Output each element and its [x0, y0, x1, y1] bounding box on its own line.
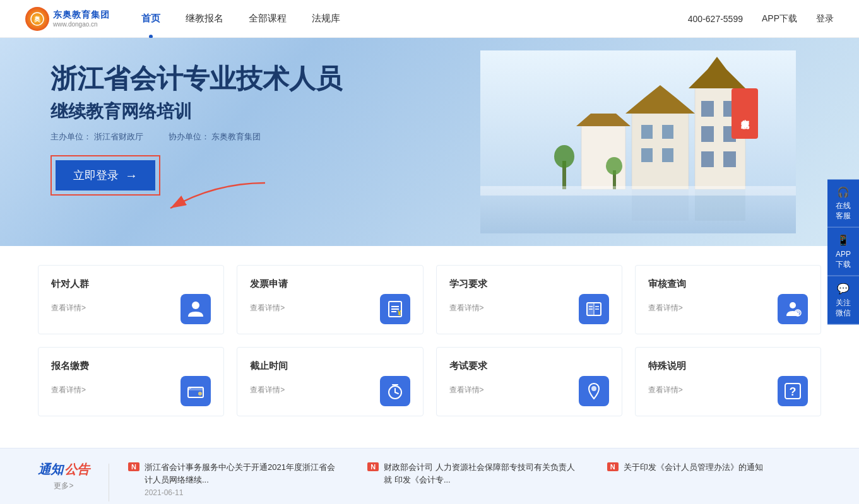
invoice-icon: ¥ — [380, 294, 410, 324]
online-service-btn[interactable]: 🎧 在线客服 — [827, 179, 859, 228]
notice-item-2: N 财政部会计司 人力资源社会保障部专技司有关负责人就 印发《会计专... — [367, 461, 581, 497]
app-download-link[interactable]: APP下载 — [762, 13, 797, 25]
svg-point-30 — [192, 302, 199, 309]
organizer1: 主办单位： 浙江省财政厅 — [50, 131, 143, 143]
info-grid-row1: 针对人群 查看详情> 发票申请 查看详情> ¥ — [38, 265, 821, 334]
card-deadline: 截止时间 查看详情> — [237, 347, 423, 416]
svg-point-49 — [198, 392, 202, 396]
new-user-badge[interactable]: 新人领家礼 — [732, 88, 758, 139]
phone-icon: 📱 — [837, 234, 850, 247]
person-icon — [181, 294, 211, 324]
hero-title: 浙江省会计专业技术人员 — [50, 63, 342, 95]
svg-rect-9 — [701, 126, 714, 142]
arrow-icon: → — [125, 168, 138, 183]
card-target-audience: 针对人群 查看详情> — [38, 265, 224, 334]
card-title-8: 特殊说明 — [648, 360, 808, 372]
wechat-follow-btn[interactable]: 💬 关注微信 — [827, 276, 859, 325]
notice-date-1: 2021-06-11 — [145, 488, 342, 497]
card-title-4: 审核查询 — [648, 278, 808, 290]
notice-section: 通知 公告 更多> N 浙江省会计事务服务中心关于开通2021年度浙江省会计人员… — [0, 448, 859, 504]
svg-text:?: ? — [790, 385, 797, 398]
svg-point-23 — [554, 145, 574, 168]
svg-rect-20 — [581, 126, 625, 189]
svg-rect-28 — [480, 186, 796, 196]
hero-illustration — [480, 50, 796, 233]
logo[interactable]: 奥 东奥教育集团 www.dongao.cn — [25, 7, 110, 31]
svg-rect-11 — [701, 151, 714, 167]
header-right: 400-627-5599 APP下载 登录 — [688, 13, 834, 25]
logo-icon: 奥 — [25, 7, 49, 31]
notice-title: 通知 公告 — [38, 461, 90, 478]
side-buttons: 🎧 在线客服 📱 APP下载 💬 关注微信 — [827, 179, 859, 325]
hero-organizer: 主办单位： 浙江省财政厅 协办单位： 东奥教育集团 — [50, 131, 342, 143]
notice-text-2[interactable]: 财政部会计司 人力资源社会保障部专技司有关负责人就 印发《会计专... — [384, 461, 581, 486]
pin-icon — [579, 376, 609, 406]
hero-content: 浙江省会计专业技术人员 继续教育网络培训 主办单位： 浙江省财政厅 协办单位： … — [50, 63, 342, 196]
main-content: 针对人群 查看详情> 发票申请 查看详情> ¥ — [0, 246, 859, 448]
svg-rect-16 — [641, 125, 653, 139]
svg-text:¥: ¥ — [398, 310, 401, 317]
hero-banner: 浙江省会计专业技术人员 继续教育网络培训 主办单位： 浙江省财政厅 协办单位： … — [0, 38, 859, 246]
svg-point-55 — [591, 386, 596, 391]
card-exam-req: 考试要求 查看详情> — [436, 347, 622, 416]
notice-more[interactable]: 更多> — [54, 481, 73, 491]
nav-menu: 首页 继教报名 全部课程 法规库 — [141, 10, 688, 27]
notice-item-3: N 关于印发《会计人员管理办法》的通知 — [607, 461, 821, 497]
nav-enrollment[interactable]: 继教报名 — [186, 10, 223, 27]
notice-item-1: N 浙江省会计事务服务中心关于开通2021年度浙江省会计人员网络继续... 20… — [128, 461, 342, 497]
wechat-icon: 💬 — [837, 283, 850, 296]
logo-url: www.dongao.cn — [53, 21, 110, 28]
phone-number: 400-627-5599 — [688, 14, 743, 24]
card-enrollment-fee: 报名缴费 查看详情> — [38, 347, 224, 416]
card-audit: 审核查询 查看详情> — [635, 265, 821, 334]
book-icon — [579, 294, 609, 324]
notice-label: 通知 公告 更多> — [38, 461, 90, 491]
header: 奥 东奥教育集团 www.dongao.cn 首页 继教报名 全部课程 法规库 … — [0, 0, 859, 38]
online-service-label: 在线客服 — [836, 201, 851, 221]
notice-text-3[interactable]: 关于印发《会计人员管理办法》的通知 — [624, 461, 821, 474]
svg-rect-7 — [701, 101, 714, 117]
svg-rect-13 — [632, 114, 689, 189]
svg-line-52 — [395, 392, 398, 394]
card-title-7: 考试要求 — [449, 360, 609, 372]
annotation-arrow — [151, 177, 278, 227]
app-download-label: APP下载 — [836, 250, 851, 269]
svg-point-25 — [606, 157, 622, 175]
svg-rect-18 — [641, 148, 653, 162]
nav-courses[interactable]: 全部课程 — [249, 10, 287, 27]
timer-icon — [380, 376, 410, 406]
svg-rect-17 — [662, 125, 673, 139]
card-title-2: 发票申请 — [250, 278, 410, 290]
svg-point-43 — [790, 302, 796, 308]
card-special-notes: 特殊说明 查看详情> ? — [635, 347, 821, 416]
new-badge-1: N — [128, 462, 139, 471]
question-icon: ? — [778, 376, 808, 406]
card-title-5: 报名缴费 — [51, 360, 211, 372]
nav-regulations[interactable]: 法规库 — [312, 10, 340, 27]
audit-person-icon — [778, 294, 808, 324]
card-title-6: 截止时间 — [250, 360, 410, 372]
info-grid-row2: 报名缴费 查看详情> 截止时间 查看详情> — [38, 347, 821, 416]
headset-icon: 🎧 — [837, 185, 850, 199]
svg-rect-19 — [662, 148, 673, 162]
logo-name: 东奥教育集团 — [53, 9, 110, 21]
login-button[interactable]: 立即登录 → — [56, 160, 155, 190]
notice-items: N 浙江省会计事务服务中心关于开通2021年度浙江省会计人员网络继续... 20… — [128, 461, 821, 497]
card-invoice: 发票申请 查看详情> ¥ — [237, 265, 423, 334]
notice-divider — [109, 464, 109, 501]
svg-rect-48 — [188, 387, 203, 390]
svg-rect-12 — [723, 151, 736, 167]
new-badge-3: N — [607, 462, 619, 471]
notice-text-1[interactable]: 浙江省会计事务服务中心关于开通2021年度浙江省会计人员网络继续... — [145, 461, 342, 486]
card-study-req: 学习要求 查看详情> — [436, 265, 622, 334]
wechat-label: 关注微信 — [836, 298, 851, 318]
wallet-icon — [181, 376, 211, 406]
login-link[interactable]: 登录 — [816, 13, 834, 25]
new-badge-2: N — [367, 462, 379, 471]
app-download-btn[interactable]: 📱 APP下载 — [827, 228, 859, 276]
hero-subtitle: 继续教育网络培训 — [50, 100, 342, 124]
svg-text:奥: 奥 — [33, 16, 41, 23]
login-btn-wrapper: 立即登录 → — [50, 155, 160, 196]
nav-home[interactable]: 首页 — [141, 10, 160, 27]
card-title-1: 针对人群 — [51, 278, 211, 290]
